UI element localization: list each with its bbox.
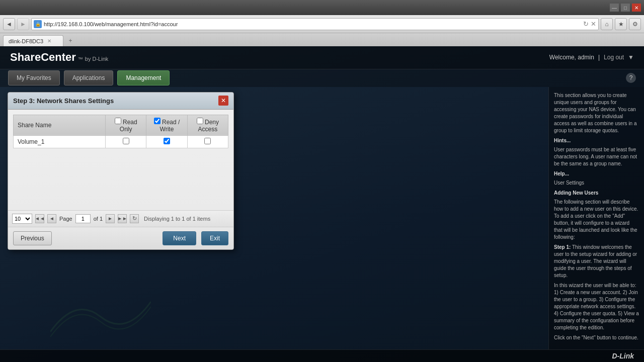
content-area: ⚙ System Management ℹ System Status Step… <box>0 87 644 349</box>
col-read-write-checkbox[interactable] <box>154 118 160 124</box>
favorites-star-button[interactable]: ★ <box>615 18 627 30</box>
page-size-select[interactable]: 10 25 50 <box>12 214 32 224</box>
last-page-button[interactable]: ►► <box>118 214 127 223</box>
pagination-bar: 10 25 50 ◄◄ ◄ Page of 1 ► ►► ↻ <box>8 210 233 227</box>
address-input[interactable] <box>44 21 581 27</box>
display-info: Displaying 1 to 1 of 1 items <box>144 216 210 222</box>
dlink-logo: D-Link <box>612 352 634 360</box>
table-row: Volume_1 <box>14 135 228 148</box>
prev-page-button[interactable]: ◄ <box>47 214 56 223</box>
logout-link[interactable]: Log out <box>604 54 624 61</box>
step1-header: Step 1: <box>554 244 571 250</box>
adding-users-text: The following section will describe how … <box>554 199 639 241</box>
page-input[interactable] <box>75 214 91 223</box>
deny-access-row-checkbox[interactable] <box>204 138 211 144</box>
nav-bar: My Favorites Applications Management ? <box>0 69 644 87</box>
tab-bar: dlink-DF8DC3 ✕ + <box>0 33 644 46</box>
tab-close-icon[interactable]: ✕ <box>46 38 52 44</box>
separator: | <box>598 54 600 61</box>
adding-users-header: Adding New Users <box>554 190 639 197</box>
help-header: Help... <box>554 170 639 177</box>
right-sidebar: This section allows you to create unique… <box>548 87 644 349</box>
right-panel-intro: This section allows you to create unique… <box>554 92 639 134</box>
col-deny-access-checkbox[interactable] <box>197 118 203 124</box>
dialog: Step 3: Network Shares Settings ✕ <box>8 92 234 250</box>
of-label: of 1 <box>94 216 103 222</box>
dialog-title: Step 3: Network Shares Settings <box>13 97 114 105</box>
applications-nav-button[interactable]: Applications <box>64 70 114 85</box>
help-icon[interactable]: ? <box>626 73 636 83</box>
first-page-button[interactable]: ◄◄ <box>35 214 44 223</box>
forward-button[interactable]: ► <box>17 18 29 30</box>
back-button[interactable]: ◄ <box>3 18 15 30</box>
dialog-body: Share Name Read Only <box>8 110 233 210</box>
table-refresh-button[interactable]: ↻ <box>130 214 139 223</box>
read-only-row-checkbox[interactable] <box>123 138 129 144</box>
tab-label: dlink-DF8DC3 <box>9 38 43 44</box>
exit-button[interactable]: Exit <box>201 231 228 245</box>
brand-logo: ShareCenter ™ by D-Link <box>10 51 108 64</box>
shares-tbody: Volume_1 <box>14 135 228 148</box>
next-page-button[interactable]: ► <box>106 214 115 223</box>
next-btn-text: Click on the "Next" button to continue. <box>554 334 639 341</box>
header-right: Welcome, admin | Log out ▼ <box>549 54 634 61</box>
deny-access-cell <box>187 135 228 148</box>
page-label: Page <box>59 216 72 222</box>
col-share-name: Share Name <box>14 115 106 135</box>
hint-passwords: User passwords must be at least five cha… <box>554 146 639 167</box>
wizard-text: In this wizard the user will be able to:… <box>554 282 639 331</box>
read-only-cell <box>106 135 146 148</box>
dialog-close-button[interactable]: ✕ <box>218 96 228 106</box>
previous-button[interactable]: Previous <box>13 231 52 245</box>
col-read-only-checkbox[interactable] <box>115 118 121 124</box>
col-deny-access: Deny Access <box>187 115 228 135</box>
dropdown-arrow-icon[interactable]: ▼ <box>628 54 634 61</box>
dialog-overlay: Step 3: Network Shares Settings ✕ <box>0 87 548 349</box>
home-button[interactable]: ⌂ <box>601 18 613 30</box>
browser-titlebar: — □ ✕ <box>0 0 644 15</box>
table-area: Share Name Read Only <box>13 115 228 205</box>
app-footer: D-Link <box>0 349 644 362</box>
window-close-button[interactable]: ✕ <box>632 4 641 12</box>
management-nav-button[interactable]: Management <box>117 70 170 85</box>
address-clear-button[interactable]: ✕ <box>591 20 596 28</box>
settings-button[interactable]: ⚙ <box>629 18 641 30</box>
brand-sub: by D-Link <box>85 56 108 62</box>
dialog-titlebar: Step 3: Network Shares Settings ✕ <box>8 93 233 110</box>
brand-tm: ™ <box>78 56 83 62</box>
minimize-button[interactable]: — <box>610 4 619 12</box>
col-read-only: Read Only <box>106 115 146 135</box>
address-bar-container: 🔒 ↻ ✕ <box>31 18 599 30</box>
user-settings-header: User Settings <box>554 179 639 187</box>
app-header: ShareCenter ™ by D-Link Welcome, admin |… <box>0 46 644 69</box>
next-button[interactable]: Next <box>163 231 196 245</box>
read-write-row-checkbox[interactable] <box>164 138 170 144</box>
dialog-footer: Previous Next Exit <box>8 227 233 249</box>
favorites-nav-button[interactable]: My Favorites <box>8 70 60 85</box>
welcome-text: Welcome, admin <box>549 54 594 61</box>
new-tab-button[interactable]: + <box>65 35 75 46</box>
read-write-cell <box>146 135 187 148</box>
address-refresh-button[interactable]: ↻ <box>583 20 589 28</box>
share-name-cell: Volume_1 <box>14 135 106 148</box>
main-content: ShareCenter ™ by D-Link Welcome, admin |… <box>0 46 644 362</box>
security-icon: 🔒 <box>34 20 42 28</box>
browser-toolbar: ◄ ► 🔒 ↻ ✕ ⌂ ★ ⚙ <box>0 15 644 33</box>
col-read-write: Read / Write <box>146 115 187 135</box>
hints-header: Hints... <box>554 137 639 144</box>
table-header-row: Share Name Read Only <box>14 115 228 135</box>
brand-name: ShareCenter <box>10 51 76 64</box>
main-area: ⚙ System Management ℹ System Status Step… <box>0 87 548 349</box>
browser-frame: — □ ✕ ◄ ► 🔒 ↻ ✕ ⌂ ★ ⚙ dlink-DF8DC3 ✕ + <box>0 0 644 362</box>
browser-tab[interactable]: dlink-DF8DC3 ✕ <box>3 35 63 46</box>
shares-table: Share Name Read Only <box>13 115 228 148</box>
maximize-button[interactable]: □ <box>621 4 630 12</box>
